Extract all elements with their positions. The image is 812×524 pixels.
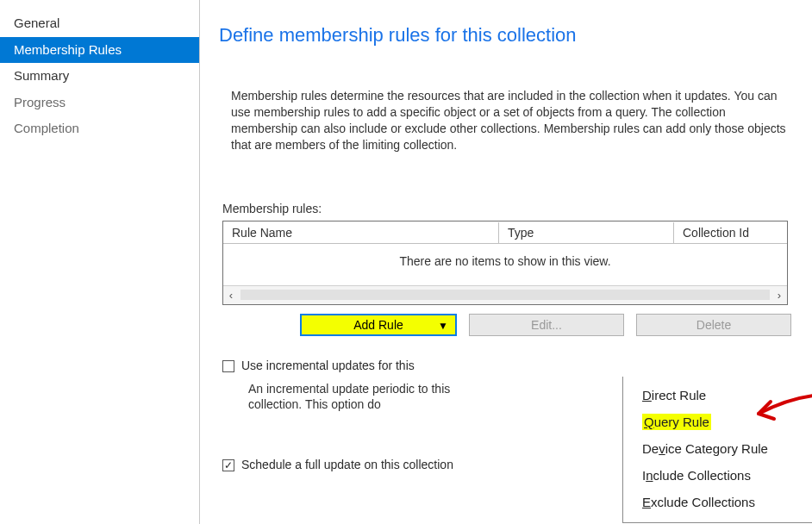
scroll-track[interactable]: [240, 290, 770, 300]
rules-label: Membership rules:: [222, 202, 791, 215]
sidebar-item-general[interactable]: General: [0, 10, 199, 37]
schedule-full-update-label: Schedule a full update on this collectio…: [241, 458, 453, 471]
delete-rule-button: Delete: [636, 314, 791, 336]
scroll-left-icon[interactable]: ‹: [223, 289, 239, 302]
add-rule-button[interactable]: Add Rule ▼: [300, 314, 457, 336]
incremental-updates-label: Use incremental updates for this: [241, 359, 415, 372]
list-columns: Rule Name Type Collection Id: [223, 221, 787, 246]
page-description: Membership rules determine the resources…: [231, 88, 791, 153]
sidebar-item-completion[interactable]: Completion: [0, 115, 199, 142]
incremental-updates-row: Use incremental updates for this: [222, 359, 791, 372]
sidebar-item-summary[interactable]: Summary: [0, 63, 199, 90]
menu-exclude-collections[interactable]: Exclude Collections: [623, 489, 812, 515]
add-rule-dropdown: Direct Rule Query Rule Device Category R…: [622, 377, 812, 523]
content-pane: Define membership rules for this collect…: [200, 0, 812, 524]
wizard-dialog: General Membership Rules Summary Progres…: [0, 0, 812, 524]
menu-direct-rule[interactable]: Direct Rule: [623, 382, 812, 409]
membership-rules-list: Rule Name Type Collection Id There are n…: [222, 221, 788, 305]
wizard-step-sidebar: General Membership Rules Summary Progres…: [0, 0, 200, 524]
schedule-full-update-checkbox[interactable]: [222, 459, 234, 471]
scroll-right-icon[interactable]: ›: [771, 289, 787, 302]
sidebar-item-progress[interactable]: Progress: [0, 90, 199, 116]
sidebar-item-membership-rules[interactable]: Membership Rules: [0, 37, 199, 64]
add-rule-label: Add Rule: [353, 318, 403, 332]
column-collection-id[interactable]: Collection Id: [674, 222, 787, 244]
column-rule-name[interactable]: Rule Name: [223, 222, 499, 244]
column-type[interactable]: Type: [499, 222, 674, 244]
list-empty-text: There are no items to show in this view.: [223, 246, 787, 285]
edit-rule-button: Edit...: [469, 314, 624, 336]
rule-buttons-row: Add Rule ▼ Edit... Delete: [222, 314, 791, 336]
menu-query-rule[interactable]: Query Rule: [623, 409, 812, 435]
menu-device-category-rule[interactable]: Device Category Rule: [623, 435, 812, 462]
list-horizontal-scrollbar[interactable]: ‹ ›: [223, 285, 787, 304]
chevron-down-icon: ▼: [438, 319, 448, 333]
incremental-desc-left: An incremental update periodic to this c…: [248, 381, 455, 414]
menu-include-collections[interactable]: Include Collections: [623, 462, 812, 489]
page-title: Define membership rules for this collect…: [219, 24, 791, 47]
incremental-updates-checkbox[interactable]: [222, 360, 234, 372]
